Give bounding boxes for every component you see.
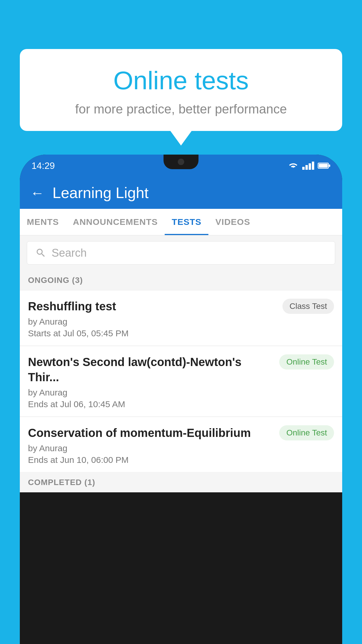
search-bar[interactable]: Search	[27, 241, 335, 265]
date-label: Starts at	[28, 328, 61, 338]
signal-icon	[302, 162, 314, 170]
completed-section-header: COMPLETED (1)	[20, 473, 342, 492]
phone-content: Search ONGOING (3) Reshuffling test Clas…	[20, 235, 342, 492]
date-label: Ends at	[28, 455, 58, 465]
battery-icon	[318, 162, 331, 169]
test-title: Newton's Second law(contd)-Newton's Thir…	[28, 354, 275, 385]
app-bar: ← Learning Light	[20, 177, 342, 209]
test-card-header: Conservation of momentum-Equilibrium Onl…	[28, 425, 334, 440]
phone-frame: 14:29	[20, 155, 342, 644]
date-value: Jul 06, 10:45 AM	[60, 399, 125, 409]
svg-rect-1	[329, 164, 330, 167]
tab-tests[interactable]: TESTS	[165, 209, 208, 235]
test-badge: Online Test	[279, 354, 334, 370]
notch	[164, 155, 198, 169]
status-time: 14:29	[31, 160, 55, 171]
test-title: Reshuffling test	[28, 299, 278, 314]
test-author: by Anurag	[28, 443, 334, 453]
test-card-header: Reshuffling test Class Test	[28, 299, 334, 314]
test-author: by Anurag	[28, 317, 334, 327]
date-value: Jul 05, 05:45 PM	[63, 328, 129, 338]
bubble-title: Online tests	[34, 66, 328, 95]
search-bar-container: Search	[20, 235, 342, 270]
wifi-icon	[288, 162, 299, 170]
test-title: Conservation of momentum-Equilibrium	[28, 425, 275, 440]
status-icons	[288, 162, 331, 170]
test-badge: Online Test	[279, 425, 334, 440]
test-date: Starts at Jul 05, 05:45 PM	[28, 328, 334, 338]
tab-announcements[interactable]: ANNOUNCEMENTS	[66, 209, 165, 235]
test-author: by Anurag	[28, 388, 334, 398]
date-value: Jun 10, 06:00 PM	[60, 455, 129, 465]
bubble-subtitle: for more practice, better performance	[34, 102, 328, 116]
date-label: Ends at	[28, 399, 58, 409]
test-card[interactable]: Conservation of momentum-Equilibrium Onl…	[20, 417, 342, 472]
tab-ments[interactable]: MENTS	[20, 209, 66, 235]
test-date: Ends at Jun 10, 06:00 PM	[28, 455, 334, 465]
test-card[interactable]: Reshuffling test Class Test by Anurag St…	[20, 290, 342, 345]
svg-rect-2	[319, 164, 328, 168]
tab-videos[interactable]: VIDEOS	[208, 209, 257, 235]
test-date: Ends at Jul 06, 10:45 AM	[28, 399, 334, 409]
app-bar-title: Learning Light	[52, 184, 149, 202]
search-placeholder: Search	[52, 247, 87, 259]
speech-bubble: Online tests for more practice, better p…	[20, 49, 342, 131]
tabs-container: MENTS ANNOUNCEMENTS TESTS VIDEOS	[20, 209, 342, 235]
test-card-header: Newton's Second law(contd)-Newton's Thir…	[28, 354, 334, 385]
camera-dot	[178, 159, 184, 165]
search-icon	[35, 247, 46, 258]
back-button[interactable]: ←	[30, 185, 44, 201]
ongoing-section-header: ONGOING (3)	[20, 270, 342, 290]
status-bar: 14:29	[20, 155, 342, 177]
test-badge: Class Test	[282, 299, 334, 314]
test-card[interactable]: Newton's Second law(contd)-Newton's Thir…	[20, 346, 342, 416]
